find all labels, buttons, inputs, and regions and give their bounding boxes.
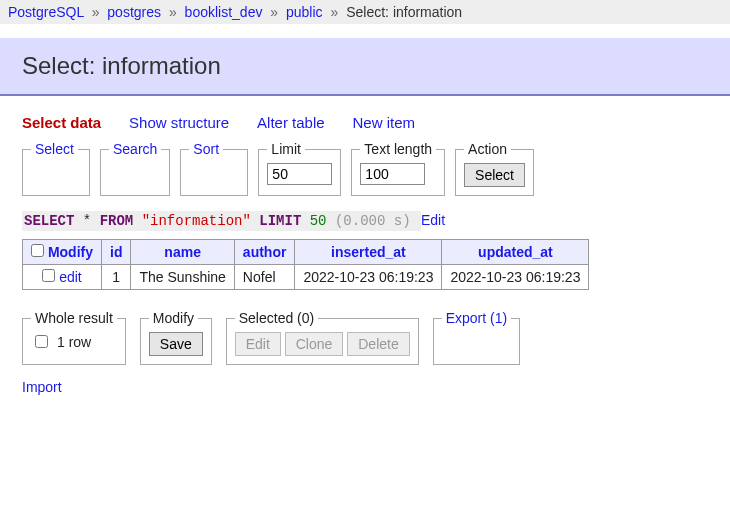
tabs: Select data Show structure Alter table N… [22, 114, 730, 131]
sort-fieldset: Sort [180, 141, 248, 196]
modify-legend: Modify [149, 310, 198, 326]
tab-select-data[interactable]: Select data [22, 114, 101, 131]
sql-string: "information" [142, 213, 251, 229]
whole-result-fieldset: Whole result 1 row [22, 310, 126, 365]
breadcrumb-item[interactable]: booklist_dev [185, 4, 263, 20]
sql-timing: (0.000 s) [335, 213, 411, 229]
search-legend[interactable]: Search [113, 141, 157, 157]
clone-selected-button[interactable]: Clone [285, 332, 344, 356]
header-author[interactable]: author [243, 244, 287, 260]
sql-keyword: SELECT [24, 213, 74, 229]
select-all-checkbox[interactable] [31, 244, 44, 257]
header-id[interactable]: id [110, 244, 122, 260]
select-fieldset: Select [22, 141, 90, 196]
edit-selected-button[interactable]: Edit [235, 332, 281, 356]
selected-fieldset: Selected (0) Edit Clone Delete [226, 310, 419, 365]
breadcrumb-item[interactable]: public [286, 4, 323, 20]
save-button[interactable]: Save [149, 332, 203, 356]
limit-fieldset: Limit [258, 141, 341, 196]
header-name[interactable]: name [164, 244, 201, 260]
whole-result-legend: Whole result [31, 310, 117, 326]
header-modify[interactable]: Modify [48, 244, 93, 260]
cell-author: Nofel [234, 265, 295, 290]
header-updated-at[interactable]: updated_at [478, 244, 553, 260]
edit-row-link[interactable]: edit [59, 269, 82, 285]
table-row: edit 1 The Sunshine Nofel 2022-10-23 06:… [23, 265, 589, 290]
tab-alter-table[interactable]: Alter table [257, 114, 325, 131]
export-fieldset: Export (1) [433, 310, 520, 365]
tab-show-structure[interactable]: Show structure [129, 114, 229, 131]
select-legend[interactable]: Select [35, 141, 74, 157]
breadcrumb: PostgreSQL » postgres » booklist_dev » p… [0, 0, 730, 24]
row-checkbox[interactable] [42, 269, 55, 282]
cell-id: 1 [102, 265, 131, 290]
tab-new-item[interactable]: New item [352, 114, 415, 131]
textlength-fieldset: Text length [351, 141, 445, 196]
header-modify-cell: Modify [23, 240, 102, 265]
breadcrumb-separator: » [270, 4, 278, 20]
data-table: Modify id name author inserted_at update… [22, 239, 589, 290]
sort-legend[interactable]: Sort [193, 141, 219, 157]
cell-name: The Sunshine [131, 265, 234, 290]
breadcrumb-separator: » [331, 4, 339, 20]
select-button[interactable]: Select [464, 163, 525, 187]
action-legend: Action [464, 141, 511, 157]
breadcrumb-current: Select: information [346, 4, 462, 20]
breadcrumb-item[interactable]: postgres [107, 4, 161, 20]
breadcrumb-separator: » [169, 4, 177, 20]
bottom-controls: Whole result 1 row Modify Save Selected … [22, 310, 730, 365]
header-inserted-at[interactable]: inserted_at [331, 244, 406, 260]
search-fieldset: Search [100, 141, 170, 196]
breadcrumb-separator: » [92, 4, 100, 20]
sql-number: 50 [310, 213, 327, 229]
cell-updated-at: 2022-10-23 06:19:23 [442, 265, 589, 290]
limit-input[interactable] [267, 163, 332, 185]
page-title: Select: information [0, 38, 730, 96]
action-fieldset: Action Select [455, 141, 534, 196]
delete-selected-button[interactable]: Delete [347, 332, 409, 356]
textlength-input[interactable] [360, 163, 425, 185]
breadcrumb-item[interactable]: PostgreSQL [8, 4, 84, 20]
one-row-text: 1 row [57, 334, 91, 350]
query-options: Select Search Sort Limit Text length Act… [22, 141, 718, 196]
export-legend[interactable]: Export (1) [446, 310, 507, 326]
sql-keyword: FROM [100, 213, 134, 229]
table-header-row: Modify id name author inserted_at update… [23, 240, 589, 265]
sql-keyword: LIMIT [259, 213, 301, 229]
sql-edit-link[interactable]: Edit [421, 212, 445, 228]
cell-inserted-at: 2022-10-23 06:19:23 [295, 265, 442, 290]
selected-legend: Selected (0) [235, 310, 318, 326]
sql-token: * [83, 213, 91, 229]
one-row-checkbox[interactable] [35, 335, 48, 348]
cell-modify: edit [23, 265, 102, 290]
import-link[interactable]: Import [22, 379, 62, 395]
limit-legend: Limit [267, 141, 305, 157]
one-row-label[interactable]: 1 row [31, 332, 117, 351]
modify-fieldset: Modify Save [140, 310, 212, 365]
sql-query: SELECT * FROM "information" LIMIT 50 (0.… [22, 212, 730, 229]
textlength-legend: Text length [360, 141, 436, 157]
